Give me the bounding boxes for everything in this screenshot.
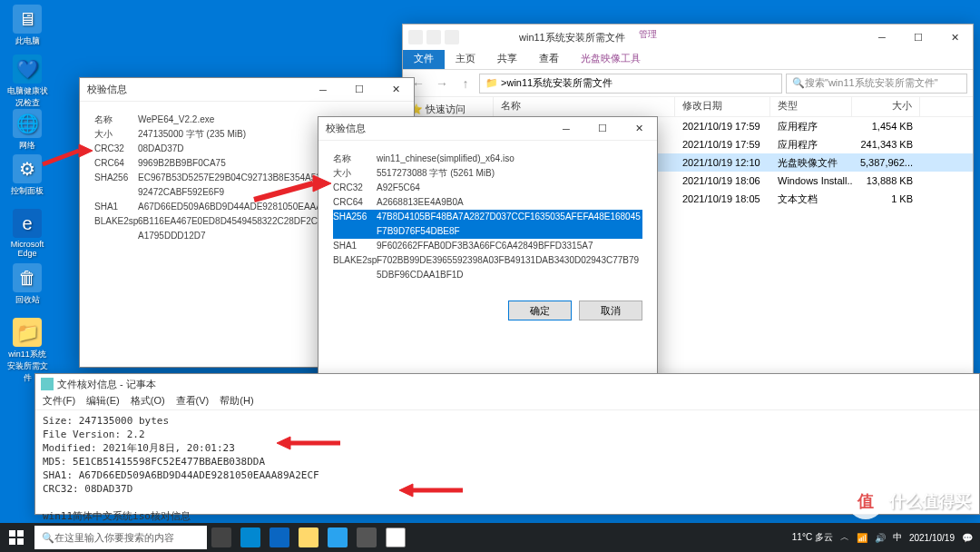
hash-row[interactable]: SHA25647B8D4105BF48BA7A2827D037CCF163503… <box>333 210 642 239</box>
desktop-icon-control[interactable]: ⚙控制面板 <box>5 154 50 197</box>
tab-disc-tools[interactable]: 光盘映像工具 <box>570 50 652 69</box>
menu-file[interactable]: 文件(F) <box>43 394 75 409</box>
ok-button[interactable]: 确定 <box>508 301 572 320</box>
taskbar-app[interactable] <box>265 523 294 552</box>
svg-rect-8 <box>9 530 15 537</box>
taskbar-app[interactable] <box>236 523 265 552</box>
svg-rect-11 <box>17 538 24 545</box>
dialog1-max[interactable]: ☐ <box>341 79 377 101</box>
menu-format[interactable]: 格式(O) <box>131 394 165 409</box>
desktop-icon-network[interactable]: 🌐网络 <box>5 109 50 152</box>
svg-rect-9 <box>17 530 24 537</box>
tray-date[interactable]: 2021/10/19 <box>909 533 955 543</box>
dialog1-close[interactable]: ✕ <box>377 79 414 101</box>
svg-rect-10 <box>9 538 15 545</box>
task-view-icon[interactable] <box>207 523 236 552</box>
taskbar-app[interactable] <box>352 523 381 552</box>
watermark: 值 什么值得买 <box>848 483 971 519</box>
desktop-icon-edge[interactable]: eMicrosoft Edge <box>5 209 50 258</box>
explorer-titlebar[interactable]: 管理 win11系统安装所需文件 ─ ☐ ✕ <box>403 25 973 50</box>
dialog2-title: 校验信息 <box>326 122 366 135</box>
tab-file[interactable]: 文件 <box>403 50 445 69</box>
taskbar: 🔍 在这里输入你要搜索的内容 11°C 多云 ︿ 📶 🔊 中 2021/10/1… <box>0 523 980 552</box>
desktop-icon-recycle[interactable]: 🗑回收站 <box>5 263 50 306</box>
hash-dialog-2: 校验信息 ─☐✕ 名称win11_chinese(simplified)_x64… <box>318 116 658 411</box>
notepad-content[interactable]: Size: 247135000 bytes File Version: 2.2 … <box>35 410 979 540</box>
start-button[interactable] <box>0 523 33 552</box>
dialog1-title: 校验信息 <box>87 83 127 96</box>
ribbon-contextual-label: 管理 <box>639 28 657 41</box>
tab-home[interactable]: 主页 <box>445 50 486 69</box>
tab-view[interactable]: 查看 <box>528 50 570 69</box>
file-list-headers[interactable]: 名称 修改日期 类型 大小 <box>494 97 973 117</box>
maximize-button[interactable]: ☐ <box>900 26 936 48</box>
menu-help[interactable]: 帮助(H) <box>220 394 253 409</box>
tray-notifications-icon[interactable]: 💬 <box>962 533 973 543</box>
cancel-button[interactable]: 取消 <box>579 301 642 320</box>
taskbar-search[interactable]: 🔍 在这里输入你要搜索的内容 <box>34 526 207 549</box>
nav-up-icon[interactable]: ↑ <box>456 74 475 94</box>
nav-forward-icon[interactable]: → <box>432 74 452 94</box>
dialog1-min[interactable]: ─ <box>305 79 341 101</box>
taskbar-app[interactable] <box>323 523 352 552</box>
notepad-icon <box>41 378 54 390</box>
notepad-window: 文件核对信息 - 记事本 文件(F) 编辑(E) 格式(O) 查看(V) 帮助(… <box>34 373 980 515</box>
hash-row[interactable]: SHA19F602662FFAB0DF3B3A66FC6A42849BFFD33… <box>333 239 642 253</box>
taskbar-app[interactable] <box>294 523 323 552</box>
close-button[interactable]: ✕ <box>936 26 973 48</box>
ribbon-tabs: 文件 主页 共享 查看 光盘映像工具 <box>403 50 973 70</box>
desktop-icon-health[interactable]: 💙电脑健康状况检查 <box>5 54 50 109</box>
explorer-title: win11系统安装所需文件 <box>465 31 864 44</box>
taskbar-app[interactable] <box>381 523 410 552</box>
hash-row[interactable]: 大小5517273088 字节 (5261 MiB) <box>333 166 642 181</box>
minimize-button[interactable]: ─ <box>864 26 900 48</box>
menu-edit[interactable]: 编辑(E) <box>86 394 120 409</box>
dialog2-close[interactable]: ✕ <box>621 118 657 140</box>
hash-row[interactable]: 名称win11_chinese(simplified)_x64.iso <box>333 152 642 166</box>
dialog2-min[interactable]: ─ <box>548 118 584 140</box>
notepad-titlebar[interactable]: 文件核对信息 - 记事本 <box>35 374 979 394</box>
dialog2-max[interactable]: ☐ <box>584 118 621 140</box>
tray-network-icon[interactable]: 📶 <box>857 533 867 543</box>
address-bar[interactable]: 📁 > win11系统安装所需文件 <box>479 74 782 94</box>
hash-row[interactable]: CRC32A92F5C64 <box>333 181 642 195</box>
menu-view[interactable]: 查看(V) <box>176 394 210 409</box>
tab-share[interactable]: 共享 <box>486 50 528 69</box>
tray-weather[interactable]: 11°C 多云 <box>792 531 833 544</box>
hash-row[interactable]: CRC64A2668813EE4A9B0A <box>333 195 642 210</box>
search-input[interactable]: 🔍 搜索"win11系统安装所需文件" <box>786 74 967 94</box>
tray-chevron-icon[interactable]: ︿ <box>840 531 849 544</box>
desktop-icon-this-pc[interactable]: 🖥此电脑 <box>5 5 50 47</box>
hash-row[interactable]: BLAKE2spF702BB99DE3965592398A03FB49131DA… <box>333 253 642 282</box>
tray-ime-icon[interactable]: 中 <box>893 531 902 544</box>
tray-volume-icon[interactable]: 🔊 <box>875 533 886 543</box>
